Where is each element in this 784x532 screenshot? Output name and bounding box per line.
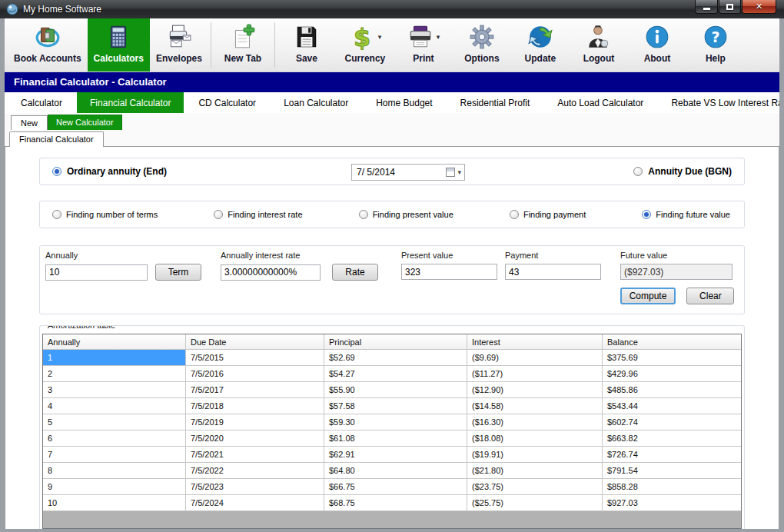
toolbar-button-logout[interactable]: Logout bbox=[570, 18, 628, 71]
table-cell[interactable]: 6 bbox=[43, 431, 186, 446]
table-cell[interactable]: 7/5/2015 bbox=[186, 350, 324, 365]
table-cell[interactable]: $59.30 bbox=[324, 414, 467, 430]
table-cell[interactable]: 7/5/2017 bbox=[186, 382, 324, 397]
radio-icon[interactable] bbox=[214, 210, 223, 219]
table-row[interactable]: 97/5/2023$66.75($23.75)$858.28 bbox=[43, 479, 741, 495]
table-cell[interactable]: 7/5/2019 bbox=[186, 414, 324, 430]
radio-icon[interactable] bbox=[642, 210, 651, 219]
table-cell[interactable]: $485.86 bbox=[603, 382, 741, 397]
table-row[interactable]: 67/5/2020$61.08($18.08)$663.82 bbox=[43, 431, 741, 447]
toolbar-button-options[interactable]: Options bbox=[453, 18, 511, 71]
finding-option-finding-payment[interactable]: Finding payment bbox=[510, 210, 586, 219]
column-header-principal[interactable]: Principal bbox=[324, 334, 467, 349]
radio-icon[interactable] bbox=[52, 210, 61, 219]
table-cell[interactable]: ($11.27) bbox=[467, 366, 603, 381]
table-cell[interactable]: $55.90 bbox=[324, 382, 467, 397]
table-cell[interactable]: ($18.08) bbox=[467, 431, 603, 446]
table-cell[interactable]: $858.28 bbox=[603, 479, 741, 494]
column-header-annually[interactable]: Annually bbox=[43, 334, 186, 349]
toolbar-button-calculators[interactable]: Calculators bbox=[88, 18, 150, 71]
table-cell[interactable]: $429.96 bbox=[603, 366, 741, 381]
toolbar-button-save[interactable]: Save bbox=[277, 18, 336, 71]
table-cell[interactable]: 7/5/2018 bbox=[186, 398, 324, 414]
table-row[interactable]: 107/5/2024$68.75($25.75)$927.03 bbox=[43, 495, 741, 511]
maximize-button[interactable] bbox=[719, 0, 741, 14]
clear-button[interactable]: Clear bbox=[686, 288, 734, 304]
table-cell[interactable]: $543.44 bbox=[603, 398, 741, 414]
present-value-input[interactable] bbox=[401, 264, 497, 280]
tab-new[interactable]: New bbox=[11, 115, 48, 130]
table-cell[interactable]: 3 bbox=[43, 382, 186, 397]
table-cell[interactable]: 9 bbox=[43, 479, 186, 494]
table-cell[interactable]: ($19.91) bbox=[467, 447, 603, 462]
tab-rebate-vs-low-interest-rate[interactable]: Rebate VS Low Interest Rate bbox=[658, 92, 784, 113]
table-cell[interactable]: $61.08 bbox=[324, 431, 467, 446]
table-cell[interactable]: 1 bbox=[43, 350, 186, 365]
table-cell[interactable]: $927.03 bbox=[603, 495, 741, 510]
toolbar-button-currency[interactable]: $▾Currency bbox=[336, 18, 394, 71]
table-cell[interactable]: 7/5/2023 bbox=[186, 479, 324, 494]
table-cell[interactable]: 5 bbox=[43, 414, 186, 430]
table-cell[interactable]: ($14.58) bbox=[467, 398, 603, 414]
payment-input[interactable] bbox=[505, 264, 601, 280]
table-row[interactable]: 17/5/2015$52.69($9.69)$375.69 bbox=[43, 350, 741, 366]
table-cell[interactable]: 10 bbox=[43, 495, 186, 510]
toolbar-button-envelopes[interactable]: Envelopes bbox=[150, 18, 208, 71]
table-row[interactable]: 27/5/2016$54.27($11.27)$429.96 bbox=[43, 366, 741, 382]
table-cell[interactable]: $62.91 bbox=[324, 447, 467, 462]
tab-financial-calculator-document[interactable]: Financial Calculator bbox=[9, 131, 104, 147]
term-input[interactable] bbox=[45, 264, 148, 281]
chevron-down-icon[interactable]: ▾ bbox=[378, 33, 382, 41]
toolbar-button-help[interactable]: ?Help bbox=[686, 18, 745, 71]
future-value-input[interactable] bbox=[620, 264, 733, 280]
toolbar-button-update[interactable]: Update bbox=[511, 18, 570, 71]
table-cell[interactable]: 7/5/2024 bbox=[186, 495, 324, 510]
rate-button[interactable]: Rate bbox=[332, 264, 378, 281]
toolbar-button-about[interactable]: About bbox=[628, 18, 686, 71]
tab-cd-calculator[interactable]: CD Calculator bbox=[185, 92, 269, 113]
annuity-due-radio[interactable] bbox=[633, 167, 643, 176]
table-cell[interactable]: $375.69 bbox=[603, 350, 741, 365]
table-row[interactable]: 47/5/2018$57.58($14.58)$543.44 bbox=[43, 398, 741, 414]
toolbar-button-print[interactable]: ▾Print bbox=[394, 18, 453, 71]
column-header-due-date[interactable]: Due Date bbox=[186, 334, 324, 349]
column-header-balance[interactable]: Balance bbox=[603, 334, 741, 349]
minimize-button[interactable] bbox=[695, 0, 718, 14]
table-cell[interactable]: $791.54 bbox=[603, 463, 741, 478]
table-cell[interactable]: ($16.30) bbox=[467, 414, 603, 430]
tab-loan-calculator[interactable]: Loan Calculator bbox=[271, 92, 361, 113]
tab-calculator[interactable]: Calculator bbox=[8, 92, 75, 113]
rate-input[interactable] bbox=[221, 264, 321, 281]
tab-financial-calculator[interactable]: Financial Calculator bbox=[77, 92, 184, 113]
table-cell[interactable]: $726.74 bbox=[603, 447, 741, 462]
table-cell[interactable]: 2 bbox=[43, 366, 186, 381]
table-row[interactable]: 87/5/2022$64.80($21.80)$791.54 bbox=[43, 463, 741, 479]
table-cell[interactable]: 7/5/2021 bbox=[186, 447, 324, 462]
table-cell[interactable]: $68.75 bbox=[324, 495, 467, 510]
tab-residential-profit[interactable]: Residential Profit bbox=[447, 92, 543, 113]
table-cell[interactable]: $57.58 bbox=[324, 398, 467, 414]
table-cell[interactable]: ($23.75) bbox=[467, 479, 603, 494]
close-button[interactable]: ✕ bbox=[742, 0, 776, 14]
table-cell[interactable]: $602.74 bbox=[603, 414, 741, 430]
term-button[interactable]: Term bbox=[155, 264, 201, 281]
finding-option-finding-number-of-terms[interactable]: Finding number of terms bbox=[52, 210, 158, 219]
tab-auto-load-calculator[interactable]: Auto Load Calculator bbox=[544, 92, 656, 113]
table-cell[interactable]: $54.27 bbox=[324, 366, 467, 381]
table-row[interactable]: 37/5/2017$55.90($12.90)$485.86 bbox=[43, 382, 741, 398]
finding-option-finding-future-value[interactable]: Finding future value bbox=[642, 210, 730, 219]
table-cell[interactable]: 7/5/2022 bbox=[186, 463, 324, 478]
table-cell[interactable]: 7 bbox=[43, 447, 186, 462]
table-cell[interactable]: 8 bbox=[43, 463, 186, 478]
table-cell[interactable]: 7/5/2016 bbox=[186, 366, 324, 381]
compute-button[interactable]: Compute bbox=[620, 288, 676, 304]
date-picker[interactable]: 7/ 5/2014 ▾ bbox=[351, 164, 465, 181]
radio-icon[interactable] bbox=[359, 210, 368, 219]
finding-option-finding-present-value[interactable]: Finding present value bbox=[359, 210, 453, 219]
table-cell[interactable]: ($9.69) bbox=[467, 350, 603, 365]
finding-option-finding-interest-rate[interactable]: Finding interest rate bbox=[214, 210, 302, 219]
table-cell[interactable]: $66.75 bbox=[324, 479, 467, 494]
column-header-interest[interactable]: Interest bbox=[467, 334, 603, 349]
toolbar-button-new-tab[interactable]: New Tab bbox=[214, 18, 272, 71]
tab-home-budget[interactable]: Home Budget bbox=[363, 92, 445, 113]
